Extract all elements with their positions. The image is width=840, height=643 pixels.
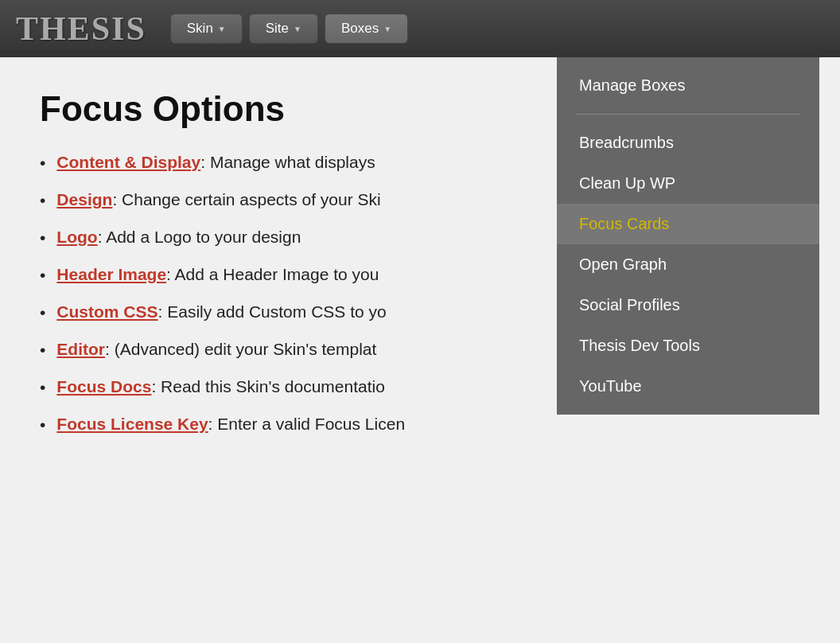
dropdown-item-youtube[interactable]: YouTube: [557, 366, 819, 407]
boxes-button[interactable]: Boxes ▼: [325, 14, 408, 44]
custom-css-desc: : Easily add Custom CSS to yo: [158, 302, 387, 322]
content-display-desc: : Manage what displays: [200, 153, 375, 172]
boxes-dropdown: Manage Boxes Breadcrumbs Clean Up WP Foc…: [557, 57, 819, 415]
focus-docs-desc: : Read this Skin's documentatio: [151, 377, 385, 396]
site-arrow: ▼: [294, 25, 301, 33]
custom-css-link[interactable]: Custom CSS: [56, 302, 158, 322]
skin-button[interactable]: Skin ▼: [170, 14, 243, 44]
content-display-link[interactable]: Content & Display: [56, 153, 200, 172]
dropdown-item-breadcrumbs[interactable]: Breadcrumbs: [557, 123, 819, 163]
focus-docs-link[interactable]: Focus Docs: [56, 377, 151, 396]
dropdown-item-social-profiles[interactable]: Social Profiles: [557, 285, 819, 325]
dropdown-item-focus-cards[interactable]: Focus Cards: [557, 204, 819, 244]
logo-desc: : Add a Logo to your design: [98, 228, 301, 247]
focus-license-key-link[interactable]: Focus License Key: [56, 415, 208, 434]
thesis-logo: THESIS: [16, 10, 146, 48]
header-image-link[interactable]: Header Image: [56, 265, 166, 284]
dropdown-item-manage-boxes[interactable]: Manage Boxes: [557, 65, 819, 106]
dropdown-item-open-graph[interactable]: Open Graph: [557, 244, 819, 285]
design-desc: : Change certain aspects of your Ski: [112, 190, 380, 209]
editor-desc: : (Advanced) edit your Skin's templat: [105, 340, 376, 359]
site-button[interactable]: Site ▼: [249, 14, 318, 44]
skin-label: Skin: [187, 21, 213, 37]
logo-link[interactable]: Logo: [56, 228, 97, 247]
focus-license-key-desc: : Enter a valid Focus Licen: [208, 415, 405, 434]
header-image-desc: : Add a Header Image to you: [166, 265, 379, 284]
design-link[interactable]: Design: [56, 190, 112, 209]
dropdown-item-clean-up-wp[interactable]: Clean Up WP: [557, 163, 819, 204]
skin-arrow: ▼: [218, 25, 226, 33]
editor-link[interactable]: Editor: [56, 340, 105, 359]
dropdown-item-thesis-dev-tools[interactable]: Thesis Dev Tools: [557, 325, 819, 366]
nav-buttons: Skin ▼ Site ▼ Boxes ▼: [170, 14, 408, 44]
navbar: THESIS Skin ▼ Site ▼ Boxes ▼: [0, 0, 840, 57]
boxes-arrow: ▼: [383, 25, 391, 33]
dropdown-divider: [576, 114, 800, 115]
site-label: Site: [266, 21, 289, 37]
list-item: Focus License Key: Enter a valid Focus L…: [40, 415, 800, 435]
boxes-label: Boxes: [341, 21, 379, 37]
